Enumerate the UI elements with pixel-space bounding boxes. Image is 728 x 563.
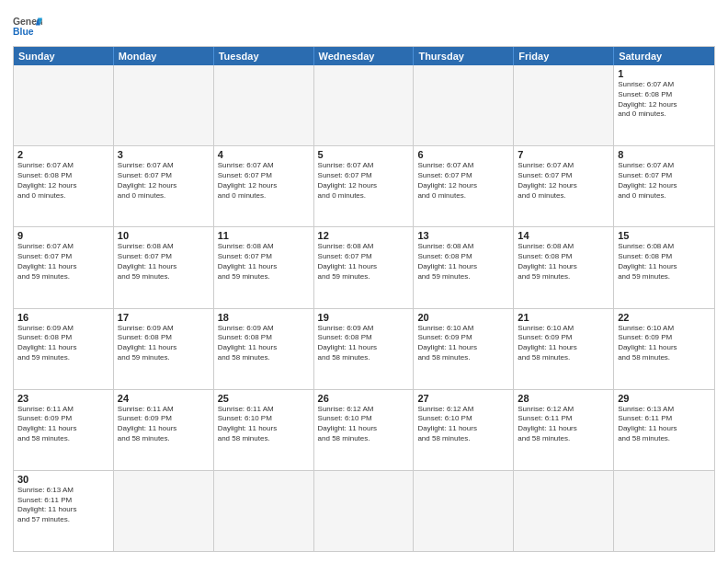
- day-info: Sunrise: 6:13 AM Sunset: 6:11 PM Dayligh…: [17, 486, 109, 525]
- calendar-cell-empty: [514, 65, 614, 145]
- calendar-week-5: 30Sunrise: 6:13 AM Sunset: 6:11 PM Dayli…: [14, 471, 714, 551]
- calendar-cell-empty: [314, 471, 415, 551]
- calendar-cell-empty: [114, 65, 214, 145]
- calendar-cell-24: 24Sunrise: 6:11 AM Sunset: 6:09 PM Dayli…: [114, 390, 214, 470]
- day-info: Sunrise: 6:07 AM Sunset: 6:07 PM Dayligh…: [417, 161, 509, 201]
- day-number: 6: [417, 149, 509, 160]
- day-number: 27: [417, 393, 509, 404]
- calendar-cell-30: 30Sunrise: 6:13 AM Sunset: 6:11 PM Dayli…: [14, 471, 114, 551]
- calendar-cell-empty: [214, 65, 314, 145]
- calendar-week-4: 23Sunrise: 6:11 AM Sunset: 6:09 PM Dayli…: [14, 390, 714, 471]
- day-info: Sunrise: 6:12 AM Sunset: 6:10 PM Dayligh…: [318, 405, 410, 444]
- day-info: Sunrise: 6:07 AM Sunset: 6:07 PM Dayligh…: [518, 161, 609, 201]
- day-info: Sunrise: 6:07 AM Sunset: 6:07 PM Dayligh…: [618, 161, 711, 201]
- day-number: 26: [318, 393, 410, 404]
- calendar-cell-25: 25Sunrise: 6:11 AM Sunset: 6:10 PM Dayli…: [214, 390, 314, 470]
- day-number: 5: [318, 149, 410, 160]
- calendar-cell-12: 12Sunrise: 6:08 AM Sunset: 6:07 PM Dayli…: [314, 227, 415, 307]
- header: General Blue: [13, 11, 715, 39]
- calendar-cell-16: 16Sunrise: 6:09 AM Sunset: 6:08 PM Dayli…: [14, 309, 114, 389]
- calendar-cell-23: 23Sunrise: 6:11 AM Sunset: 6:09 PM Dayli…: [14, 390, 114, 470]
- calendar-week-1: 2Sunrise: 6:07 AM Sunset: 6:08 PM Daylig…: [14, 146, 714, 227]
- day-info: Sunrise: 6:07 AM Sunset: 6:08 PM Dayligh…: [618, 80, 711, 120]
- logo-icon: General Blue: [13, 15, 42, 39]
- day-number: 9: [17, 230, 109, 241]
- header-day-wednesday: Wednesday: [314, 47, 415, 65]
- calendar-cell-5: 5Sunrise: 6:07 AM Sunset: 6:07 PM Daylig…: [314, 146, 415, 226]
- day-info: Sunrise: 6:09 AM Sunset: 6:08 PM Dayligh…: [118, 324, 210, 363]
- calendar-cell-empty: [514, 471, 614, 551]
- day-number: 23: [17, 393, 109, 404]
- header-day-friday: Friday: [514, 47, 614, 65]
- day-number: 15: [618, 230, 711, 241]
- day-info: Sunrise: 6:09 AM Sunset: 6:08 PM Dayligh…: [218, 324, 310, 363]
- day-number: 4: [218, 149, 310, 160]
- calendar-cell-26: 26Sunrise: 6:12 AM Sunset: 6:10 PM Dayli…: [314, 390, 415, 470]
- day-number: 13: [417, 230, 509, 241]
- calendar-cell-empty: [314, 65, 415, 145]
- day-info: Sunrise: 6:08 AM Sunset: 6:08 PM Dayligh…: [518, 242, 609, 282]
- day-number: 21: [518, 312, 609, 323]
- calendar-cell-18: 18Sunrise: 6:09 AM Sunset: 6:08 PM Dayli…: [214, 309, 314, 389]
- calendar-cell-10: 10Sunrise: 6:08 AM Sunset: 6:07 PM Dayli…: [114, 227, 214, 307]
- calendar-cell-13: 13Sunrise: 6:08 AM Sunset: 6:08 PM Dayli…: [414, 227, 514, 307]
- day-info: Sunrise: 6:09 AM Sunset: 6:08 PM Dayligh…: [17, 324, 109, 363]
- day-number: 11: [218, 230, 310, 241]
- day-number: 16: [17, 312, 109, 323]
- day-info: Sunrise: 6:07 AM Sunset: 6:07 PM Dayligh…: [118, 161, 210, 201]
- day-number: 1: [618, 68, 711, 79]
- day-info: Sunrise: 6:07 AM Sunset: 6:07 PM Dayligh…: [318, 161, 410, 201]
- day-number: 12: [318, 230, 410, 241]
- calendar-header: SundayMondayTuesdayWednesdayThursdayFrid…: [14, 47, 714, 65]
- day-info: Sunrise: 6:08 AM Sunset: 6:07 PM Dayligh…: [218, 242, 310, 282]
- day-info: Sunrise: 6:08 AM Sunset: 6:08 PM Dayligh…: [618, 242, 711, 282]
- calendar-cell-3: 3Sunrise: 6:07 AM Sunset: 6:07 PM Daylig…: [114, 146, 214, 226]
- calendar-week-0: 1Sunrise: 6:07 AM Sunset: 6:08 PM Daylig…: [14, 65, 714, 146]
- calendar-cell-11: 11Sunrise: 6:08 AM Sunset: 6:07 PM Dayli…: [214, 227, 314, 307]
- day-info: Sunrise: 6:08 AM Sunset: 6:07 PM Dayligh…: [318, 242, 410, 282]
- calendar-cell-empty: [114, 471, 214, 551]
- day-info: Sunrise: 6:07 AM Sunset: 6:07 PM Dayligh…: [17, 242, 109, 282]
- header-day-saturday: Saturday: [614, 47, 714, 65]
- calendar-cell-4: 4Sunrise: 6:07 AM Sunset: 6:07 PM Daylig…: [214, 146, 314, 226]
- day-number: 30: [17, 474, 109, 485]
- calendar-cell-1: 1Sunrise: 6:07 AM Sunset: 6:08 PM Daylig…: [614, 65, 714, 145]
- day-number: 2: [17, 149, 109, 160]
- day-number: 28: [518, 393, 609, 404]
- day-number: 22: [618, 312, 711, 323]
- calendar-cell-6: 6Sunrise: 6:07 AM Sunset: 6:07 PM Daylig…: [414, 146, 514, 226]
- day-number: 7: [518, 149, 609, 160]
- header-day-monday: Monday: [114, 47, 214, 65]
- day-number: 24: [118, 393, 210, 404]
- day-number: 20: [417, 312, 509, 323]
- calendar-cell-20: 20Sunrise: 6:10 AM Sunset: 6:09 PM Dayli…: [414, 309, 514, 389]
- day-info: Sunrise: 6:11 AM Sunset: 6:09 PM Dayligh…: [17, 405, 109, 444]
- calendar-cell-empty: [614, 471, 714, 551]
- header-day-sunday: Sunday: [14, 47, 114, 65]
- calendar-cell-15: 15Sunrise: 6:08 AM Sunset: 6:08 PM Dayli…: [614, 227, 714, 307]
- header-day-tuesday: Tuesday: [214, 47, 314, 65]
- calendar-cell-empty: [14, 65, 114, 145]
- calendar-cell-empty: [414, 471, 514, 551]
- day-number: 10: [118, 230, 210, 241]
- svg-text:Blue: Blue: [13, 27, 34, 37]
- calendar-cell-29: 29Sunrise: 6:13 AM Sunset: 6:11 PM Dayli…: [614, 390, 714, 470]
- calendar-cell-17: 17Sunrise: 6:09 AM Sunset: 6:08 PM Dayli…: [114, 309, 214, 389]
- day-info: Sunrise: 6:10 AM Sunset: 6:09 PM Dayligh…: [618, 324, 711, 363]
- day-info: Sunrise: 6:08 AM Sunset: 6:07 PM Dayligh…: [118, 242, 210, 282]
- calendar-cell-27: 27Sunrise: 6:12 AM Sunset: 6:10 PM Dayli…: [414, 390, 514, 470]
- day-info: Sunrise: 6:12 AM Sunset: 6:10 PM Dayligh…: [417, 405, 509, 444]
- calendar-cell-2: 2Sunrise: 6:07 AM Sunset: 6:08 PM Daylig…: [14, 146, 114, 226]
- logo: General Blue: [13, 15, 42, 39]
- day-number: 19: [318, 312, 410, 323]
- day-number: 14: [518, 230, 609, 241]
- day-info: Sunrise: 6:10 AM Sunset: 6:09 PM Dayligh…: [417, 324, 509, 363]
- day-number: 25: [218, 393, 310, 404]
- calendar-cell-19: 19Sunrise: 6:09 AM Sunset: 6:08 PM Dayli…: [314, 309, 415, 389]
- calendar-cell-9: 9Sunrise: 6:07 AM Sunset: 6:07 PM Daylig…: [14, 227, 114, 307]
- day-info: Sunrise: 6:11 AM Sunset: 6:10 PM Dayligh…: [218, 405, 310, 444]
- calendar-body: 1Sunrise: 6:07 AM Sunset: 6:08 PM Daylig…: [14, 65, 714, 551]
- calendar-week-2: 9Sunrise: 6:07 AM Sunset: 6:07 PM Daylig…: [14, 227, 714, 308]
- day-info: Sunrise: 6:09 AM Sunset: 6:08 PM Dayligh…: [318, 324, 410, 363]
- day-info: Sunrise: 6:07 AM Sunset: 6:07 PM Dayligh…: [218, 161, 310, 201]
